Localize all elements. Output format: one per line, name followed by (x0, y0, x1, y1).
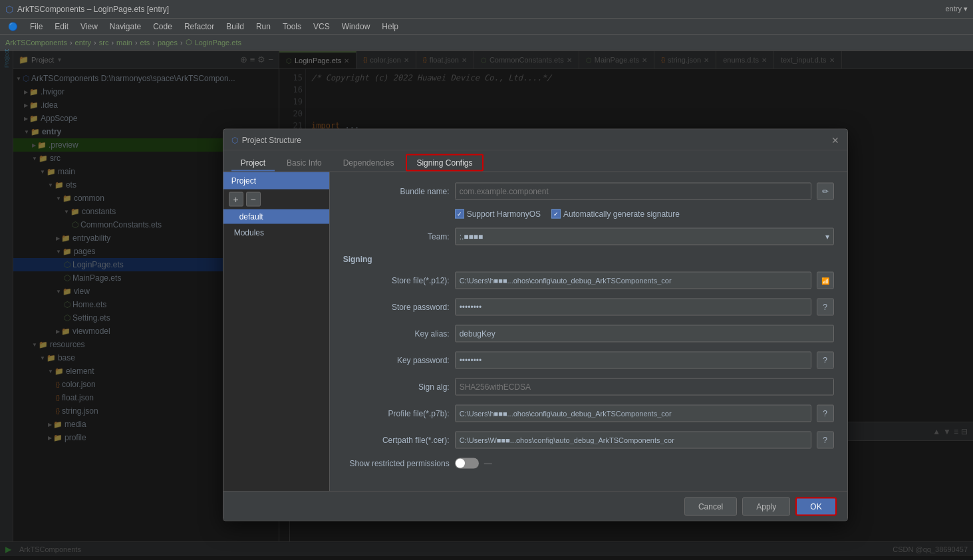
chevron-down-icon: ▾ (825, 232, 829, 241)
menu-vcs[interactable]: VCS (308, 21, 335, 33)
help-icon-storepass: ? (823, 303, 827, 312)
apply-button[interactable]: Apply (742, 497, 790, 515)
wifi-icon: 📶 (821, 277, 829, 284)
form-input-storefile[interactable] (455, 272, 811, 289)
form-row-certpath: Certpath file(*.cer): ? (343, 432, 834, 449)
breadcrumb: ArkTSComponents › entry › src › main › e… (0, 35, 973, 51)
toggle-switch[interactable] (455, 458, 479, 469)
form-input-certpath[interactable] (455, 432, 811, 449)
checkbox-auto-sign[interactable]: ✓ Automatically generate signature (551, 210, 680, 219)
dialog-left-default-label: default (239, 212, 263, 221)
menu-view[interactable]: View (75, 21, 103, 33)
dialog-close-btn[interactable]: ✕ (831, 134, 839, 145)
check-icon2: ✓ (553, 211, 559, 217)
form-input-keypass[interactable] (455, 352, 811, 369)
menu-code[interactable]: Code (148, 21, 178, 33)
form-row-bundle: Bundle name: ✏ (343, 183, 834, 200)
dialog-left-project[interactable]: Project (223, 172, 329, 190)
form-input-bundle[interactable] (455, 183, 811, 200)
help-icon-profile: ? (823, 409, 827, 418)
menu-bar: 🔵 File Edit View Navigate Code Refactor … (0, 19, 973, 35)
form-label-keypass: Key password: (343, 356, 450, 365)
form-label-certpath: Certpath file(*.cer): (343, 436, 450, 445)
menu-build[interactable]: Build (221, 21, 249, 33)
checkbox-auto-sign-label: Automatically generate signature (563, 210, 680, 219)
menu-navigate[interactable]: Navigate (104, 21, 146, 33)
form-btn-edit-bundle[interactable]: ✏ (817, 183, 834, 200)
form-btn-storepass[interactable]: ? (817, 299, 834, 316)
form-row-restricted: Show restricted permissions — (343, 458, 834, 469)
ok-button[interactable]: OK (795, 497, 836, 515)
checkbox-harmonyos-label: Support HarmonyOS (467, 210, 541, 219)
toggle-dash: — (484, 459, 492, 468)
form-checkboxes: ✓ Support HarmonyOS ✓ Automatically gene… (455, 210, 834, 219)
dialog-left-default[interactable]: default (223, 210, 329, 224)
form-row-signalg: Sign alg: (343, 378, 834, 396)
menu-edit[interactable]: Edit (49, 21, 74, 33)
form-btn-keypass[interactable]: ? (817, 352, 834, 369)
title-bar-right: entry ▾ (945, 5, 968, 13)
form-btn-storefile[interactable]: 📶 (817, 272, 834, 289)
dialog-tab-basicinfo[interactable]: Basic Info (277, 156, 331, 172)
menu-run[interactable]: Run (251, 21, 276, 33)
breadcrumb-ets[interactable]: ets (140, 39, 150, 47)
breadcrumb-entry[interactable]: entry (75, 39, 91, 47)
help-icon-keypass: ? (823, 356, 827, 365)
dialog-header: ⬡ Project Structure ✕ (223, 130, 847, 151)
dialog-tab-signing-label: Signing Configs (416, 158, 472, 168)
dialog-left-modules-label: Modules (234, 228, 264, 237)
dialog-title-text: Project Structure (242, 135, 301, 144)
menu-file[interactable]: File (25, 21, 48, 33)
form-label-signalg: Sign alg: (343, 382, 450, 392)
dialog-title-icon: ⬡ (231, 135, 238, 144)
form-input-keyalias[interactable] (455, 325, 834, 343)
breadcrumb-file-icon: ⬡ (186, 38, 192, 47)
menu-help[interactable]: Help (376, 21, 404, 33)
help-icon-cert: ? (823, 436, 827, 445)
form-row-checkboxes: ✓ Support HarmonyOS ✓ Automatically gene… (343, 210, 834, 219)
dialog-tab-project[interactable]: Project (231, 156, 275, 172)
breadcrumb-main[interactable]: main (116, 39, 132, 47)
form-label-team: Team: (343, 232, 450, 241)
check-icon: ✓ (457, 211, 462, 217)
form-row-keypass: Key password: ? (343, 352, 834, 369)
breadcrumb-pages[interactable]: pages (158, 39, 178, 47)
dialog-remove-btn[interactable]: − (246, 192, 261, 207)
dialog-tab-dependencies[interactable]: Dependencies (334, 156, 404, 172)
dialog-tab-signing[interactable]: Signing Configs (406, 154, 483, 172)
breadcrumb-arkts[interactable]: ArkTSComponents (5, 39, 67, 47)
menu-app-icon[interactable]: 🔵 (3, 21, 23, 33)
breadcrumb-file[interactable]: LoginPage.ets (195, 39, 241, 47)
dialog-left-modules[interactable]: Modules (223, 224, 329, 241)
form-input-storepass[interactable] (455, 299, 811, 316)
form-input-profilefile[interactable] (455, 405, 811, 422)
entry-label[interactable]: entry ▾ (945, 5, 968, 13)
toggle-restricted: — (455, 458, 492, 469)
form-btn-profilefile[interactable]: ? (817, 405, 834, 422)
form-label-restricted: Show restricted permissions (343, 459, 450, 468)
form-select-team[interactable]: :.■■■■ ▾ (455, 228, 834, 245)
checkbox-harmonyos-box[interactable]: ✓ (455, 210, 464, 219)
form-input-signalg (455, 378, 834, 396)
checkbox-auto-sign-box[interactable]: ✓ (551, 210, 561, 219)
menu-window[interactable]: Window (337, 21, 376, 33)
signing-section-title: Signing (343, 255, 834, 264)
dialog-left-controls: + − (223, 190, 329, 210)
checkbox-harmonyos[interactable]: ✓ Support HarmonyOS (455, 210, 541, 219)
dialog-tab-project-label: Project (241, 158, 265, 168)
project-structure-dialog: ⬡ Project Structure ✕ Project Basic Info… (223, 129, 848, 521)
dialog-tabs: Project Basic Info Dependencies Signing … (223, 151, 847, 172)
form-label-profilefile: Profile file(*.p7b): (343, 409, 450, 418)
dialog-body: Project + − default Modules Bundle name: (223, 172, 847, 491)
form-row-storepass: Store password: ? (343, 299, 834, 316)
form-btn-certpath[interactable]: ? (817, 432, 834, 449)
form-select-team-value: :.■■■■ (460, 232, 484, 241)
menu-refactor[interactable]: Refactor (179, 21, 219, 33)
toggle-knob (456, 459, 465, 468)
dialog-add-btn[interactable]: + (229, 192, 243, 207)
title-bar: ⬡ ArkTSComponents – LoginPage.ets [entry… (0, 0, 973, 19)
breadcrumb-src[interactable]: src (99, 39, 109, 47)
cancel-button[interactable]: Cancel (684, 497, 737, 515)
dialog-tab-basicinfo-label: Basic Info (287, 158, 322, 168)
menu-tools[interactable]: Tools (277, 21, 307, 33)
